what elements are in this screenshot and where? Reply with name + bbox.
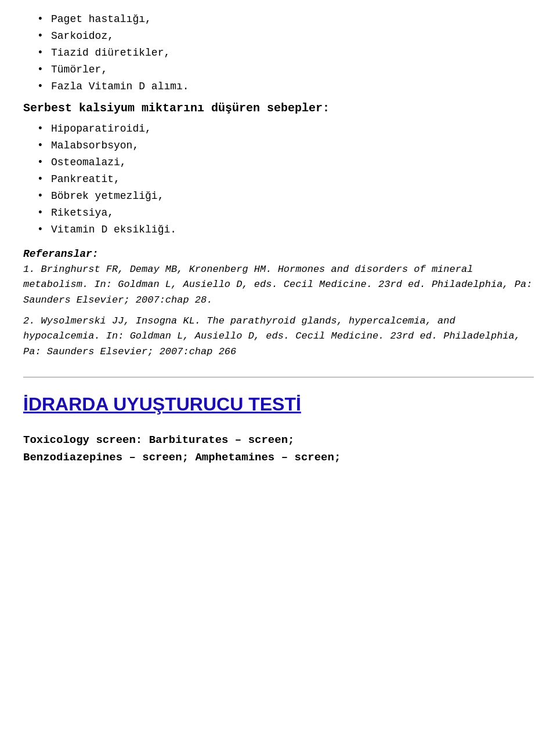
list-item: Fazla Vitamin D alımı. xyxy=(35,79,534,94)
reference-2: 2. Wysolmerski JJ, Insogna KL. The parat… xyxy=(23,314,534,359)
section-link-title[interactable]: İDRARDA UYUŞTURUCU TESTİ xyxy=(23,394,534,415)
section-heading: Serbest kalsiyum miktarını düşüren sebep… xyxy=(23,100,534,117)
list-item: Paget hastalığı, xyxy=(35,12,534,27)
list-item: Böbrek yetmezliği, xyxy=(35,188,534,204)
toxicology-line-2: Benzodiazepines – screen; Amphetamines –… xyxy=(23,449,534,466)
bottom-bullet-list: Hipoparatiroidi, Malabsorbsyon, Osteomal… xyxy=(35,121,534,238)
list-item: Pankreatit, xyxy=(35,172,534,187)
list-item: Tümörler, xyxy=(35,62,534,78)
references-label: Referanslar: xyxy=(23,248,534,260)
reference-1: 1. Bringhurst FR, Demay MB, Kronenberg H… xyxy=(23,262,534,308)
list-item: Sarkoidoz, xyxy=(35,28,534,44)
list-item: Malabsorbsyon, xyxy=(35,138,534,154)
list-item: Tiazid diüretikler, xyxy=(35,45,534,61)
list-item: Osteomalazi, xyxy=(35,155,534,170)
list-item: Riketsiya, xyxy=(35,205,534,221)
list-item: Vitamin D eksikliği. xyxy=(35,222,534,238)
top-bullet-list: Paget hastalığı, Sarkoidoz, Tiazid diüre… xyxy=(35,12,534,94)
toxicology-line-1: Toxicology screen: Barbiturates – screen… xyxy=(23,431,534,449)
list-item: Hipoparatiroidi, xyxy=(35,121,534,137)
section-divider xyxy=(23,377,534,377)
